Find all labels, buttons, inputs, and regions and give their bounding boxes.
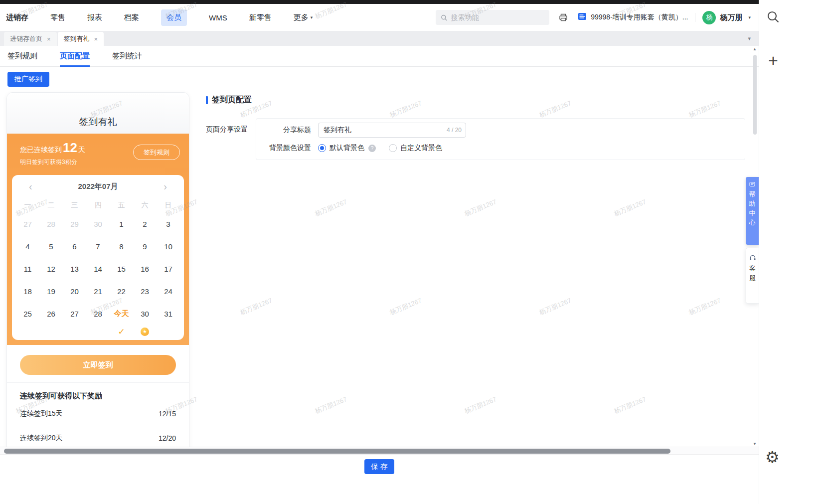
calendar-day[interactable]: 27: [16, 213, 39, 235]
top-navigation: 进销存零售报表档案会员WMS新零售更多▾ 99998-培训专用账套（黄凯）...: [0, 4, 759, 31]
settings-gear-icon[interactable]: ⚙: [765, 449, 780, 465]
bg-option-0[interactable]: 默认背景色?: [318, 144, 376, 153]
menu-item-1[interactable]: 零售: [50, 13, 65, 22]
nav-right: 99998-培训专用账套（黄凯）... 杨 杨万朋 ▾: [436, 10, 759, 25]
radio-icon[interactable]: [318, 144, 326, 152]
menu-item-7[interactable]: 更多▾: [294, 13, 313, 22]
calendar-day[interactable]: 31: [157, 303, 180, 325]
calendar-day[interactable]: 2: [133, 213, 157, 235]
right-rail: + ⚙: [759, 0, 825, 504]
calendar-day[interactable]: 30: [86, 213, 110, 235]
share-title-input[interactable]: [319, 126, 447, 134]
tab-0[interactable]: 进销存首页×: [4, 32, 57, 46]
calendar-day[interactable]: 28: [39, 213, 63, 235]
calendar-day[interactable]: 22: [110, 280, 133, 303]
calendar-days: 2728293012345678910111213141516171819202…: [12, 213, 184, 325]
menu-item-3[interactable]: 档案: [124, 13, 139, 22]
calendar-day[interactable]: 11: [16, 258, 39, 280]
calendar-day[interactable]: 29: [63, 213, 86, 235]
rewards-list: 连续签到15天12/15连续签到20天12/20: [20, 401, 176, 447]
plus-icon[interactable]: +: [768, 52, 778, 69]
headset-icon: [749, 254, 756, 261]
user-menu[interactable]: 杨 杨万朋 ▾: [702, 11, 751, 24]
calendar-day[interactable]: 13: [63, 258, 86, 280]
subtab-bar: 签到规则页面配置签到统计: [0, 46, 759, 67]
signin-rules-button[interactable]: 签到规则: [133, 145, 180, 160]
weekday-row: 一二三四五六日: [12, 198, 184, 213]
prev-month-icon[interactable]: ‹: [29, 181, 32, 191]
account-book-icon: [577, 11, 587, 23]
calendar-day[interactable]: 18: [16, 280, 39, 303]
scroll-up-icon[interactable]: ▲: [753, 47, 757, 52]
signin-now-button[interactable]: 立即签到: [20, 355, 176, 375]
calendar-day[interactable]: 20: [63, 280, 86, 303]
close-icon[interactable]: ×: [94, 35, 98, 43]
scroll-down-icon[interactable]: ▼: [753, 442, 757, 447]
help-center-button[interactable]: 帮助中心: [746, 177, 759, 245]
menu-item-5[interactable]: WMS: [209, 13, 227, 22]
calendar-day[interactable]: 16: [133, 258, 157, 280]
calendar-day[interactable]: 21: [86, 280, 110, 303]
menu-item-4[interactable]: 会员: [161, 9, 187, 26]
signin-preview-card: 签到有礼 您已连续签到12天 明日签到可获得3积分 签到规则 ‹ 2022年07…: [6, 92, 189, 447]
calendar-day[interactable]: 今天: [110, 303, 133, 325]
avatar: 杨: [702, 11, 716, 24]
calendar-day[interactable]: 26: [39, 303, 63, 325]
printer-icon[interactable]: [558, 12, 568, 22]
calendar-day[interactable]: 10: [157, 235, 180, 258]
save-button[interactable]: 保 存: [364, 459, 394, 474]
menu-item-2[interactable]: 报表: [87, 13, 102, 22]
calendar-day[interactable]: 7: [86, 235, 110, 258]
calendar-day[interactable]: 19: [39, 280, 63, 303]
radio-icon[interactable]: [389, 144, 397, 152]
calendar-day[interactable]: 25: [16, 303, 39, 325]
tab-1[interactable]: 签到有礼×: [58, 32, 104, 46]
calendar-day[interactable]: 27: [63, 303, 86, 325]
calendar-day[interactable]: 28: [86, 303, 110, 325]
rewards-title: 连续签到可获得以下奖励: [20, 391, 176, 401]
collapse-tabs-icon[interactable]: ▾: [748, 35, 751, 42]
vertical-scrollbar[interactable]: ▲ ▼: [751, 47, 758, 447]
calendar-day[interactable]: 8: [110, 235, 133, 258]
char-counter: 4 / 20: [447, 127, 466, 134]
divider: [695, 13, 695, 22]
promote-signin-button[interactable]: 推广签到: [7, 72, 49, 87]
calendar-day[interactable]: 30: [133, 303, 157, 325]
calendar-day[interactable]: 14: [86, 258, 110, 280]
calendar-day[interactable]: 3: [157, 213, 180, 235]
calendar-day[interactable]: 4: [16, 235, 39, 258]
calendar-day[interactable]: 5: [39, 235, 63, 258]
next-month-icon[interactable]: ›: [164, 181, 167, 191]
rewards-section: 连续签到可获得以下奖励 连续签到15天12/15连续签到20天12/20: [7, 383, 189, 447]
bottom-bar: 保 存: [0, 455, 759, 504]
subtab-1[interactable]: 页面配置: [60, 46, 90, 67]
calendar-day[interactable]: 6: [63, 235, 86, 258]
scrollbar-thumb[interactable]: [4, 449, 670, 454]
menu-item-0[interactable]: 进销存: [6, 13, 28, 22]
search-box[interactable]: [436, 10, 549, 25]
calendar-day[interactable]: 12: [39, 258, 63, 280]
subtab-0[interactable]: 签到规则: [7, 46, 37, 67]
share-settings-label: 页面分享设置: [206, 118, 254, 134]
content-area: 推广签到 签到有礼 您已连续签到12天 明日签到可获得3积分 签到规则: [0, 67, 759, 447]
account-selector[interactable]: 99998-培训专用账套（黄凯）...: [577, 11, 688, 23]
calendar-day[interactable]: 23: [133, 280, 157, 303]
bg-color-label: 背景颜色设置: [263, 144, 311, 153]
horizontal-scrollbar[interactable]: [0, 447, 759, 455]
service-button[interactable]: 客服: [746, 248, 759, 304]
calendar-day[interactable]: 1: [110, 213, 133, 235]
help-icon[interactable]: ?: [368, 145, 376, 152]
calendar-day[interactable]: 17: [157, 258, 180, 280]
help-icon: [749, 181, 755, 187]
calendar-day[interactable]: 24: [157, 280, 180, 303]
bg-option-1[interactable]: 自定义背景色: [389, 144, 442, 153]
scrollbar-thumb[interactable]: [753, 55, 757, 135]
subtab-2[interactable]: 签到统计: [112, 46, 142, 67]
close-icon[interactable]: ×: [47, 35, 51, 43]
menu-item-6[interactable]: 新零售: [249, 13, 272, 22]
calendar-day[interactable]: 15: [110, 258, 133, 280]
calendar-day[interactable]: 9: [133, 235, 157, 258]
signin-page-config: 签到页配置 页面分享设置 分享标题 4 / 20 背景颜色设置: [206, 95, 745, 160]
search-icon[interactable]: [766, 10, 780, 24]
search-input[interactable]: [451, 13, 544, 21]
